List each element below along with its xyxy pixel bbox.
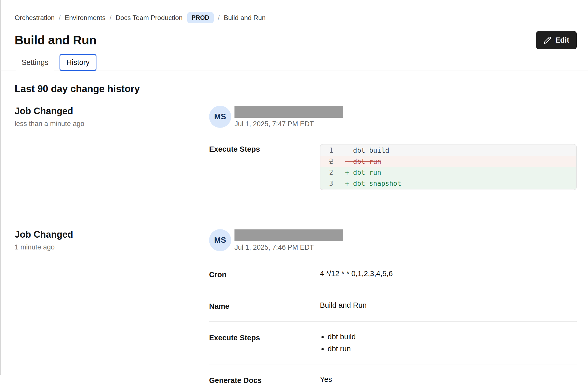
diff-line-number: 2 xyxy=(329,156,345,167)
section-heading: Last 90 day change history xyxy=(15,83,577,94)
field-value-list-item: dbt build xyxy=(328,333,356,341)
detail-row: Cron4 */12 * * 0,1,2,3,4,5,6 xyxy=(209,269,577,290)
entry-summary: Job Changed1 minute ago xyxy=(15,229,209,387)
entry-summary: Job Changedless than a minute ago xyxy=(15,106,209,190)
breadcrumb-item-docs-team-production[interactable]: Docs Team Production xyxy=(116,14,183,22)
diff-line-removed: 2- dbt run xyxy=(320,156,576,167)
history-entry: Job Changedless than a minute agoMSJul 1… xyxy=(15,106,577,190)
avatar: MS xyxy=(209,106,231,128)
detail-row: NameBuild and Run xyxy=(209,290,577,322)
edit-button[interactable]: Edit xyxy=(536,31,577,49)
field-value: dbt builddbt run xyxy=(320,333,356,353)
event-timestamp: Jul 1, 2025, 7:46 PM EDT xyxy=(234,244,343,251)
author-meta: Jul 1, 2025, 7:47 PM EDT xyxy=(234,106,343,128)
field-label: Generate Docs xyxy=(209,375,320,385)
entry-detail: MSJul 1, 2025, 7:46 PM EDTCron4 */12 * *… xyxy=(209,229,577,387)
detail-row: Generate DocsYes xyxy=(209,364,577,387)
breadcrumb-item-orchestration[interactable]: Orchestration xyxy=(15,14,55,22)
detail-row: Execute Stepsdbt builddbt run xyxy=(209,322,577,364)
pencil-icon xyxy=(544,36,551,44)
avatar: MS xyxy=(209,229,231,251)
author-meta: Jul 1, 2025, 7:46 PM EDT xyxy=(234,229,343,251)
execute-steps-diff: 1 dbt build2- dbt run2+ dbt run3+ dbt sn… xyxy=(320,144,577,190)
redacted-name-bar xyxy=(234,229,343,241)
diff-line-code: + dbt snapshot xyxy=(345,180,401,187)
event-time-ago: less than a minute ago xyxy=(15,120,209,128)
change-details: Cron4 */12 * * 0,1,2,3,4,5,6NameBuild an… xyxy=(209,269,577,387)
field-value-list: dbt builddbt run xyxy=(320,333,356,353)
diff-line-added: 3+ dbt snapshot xyxy=(320,178,576,189)
event-title: Job Changed xyxy=(15,229,209,240)
diff-line-number: 1 xyxy=(329,145,345,156)
field-value: Build and Run xyxy=(320,301,367,311)
history-entries: Job Changedless than a minute agoMSJul 1… xyxy=(15,106,577,387)
entry-detail: MSJul 1, 2025, 7:47 PM EDTExecute Steps1… xyxy=(209,106,577,190)
tab-bar: SettingsHistory xyxy=(15,54,577,71)
tab-history[interactable]: History xyxy=(60,54,96,71)
diff-line-code: + dbt run xyxy=(345,169,381,176)
field-value-list-item: dbt run xyxy=(328,345,356,353)
tab-settings[interactable]: Settings xyxy=(15,54,55,71)
diff-line-added: 2+ dbt run xyxy=(320,167,576,178)
diff-line-code: dbt build xyxy=(345,147,389,154)
redacted-name-bar xyxy=(234,106,343,118)
author-row: MSJul 1, 2025, 7:47 PM EDT xyxy=(209,106,577,128)
field-label: Execute Steps xyxy=(209,333,320,353)
environment-badge: PROD xyxy=(187,12,214,23)
history-entry: Job Changed1 minute agoMSJul 1, 2025, 7:… xyxy=(15,229,577,387)
breadcrumb-current: Build and Run xyxy=(224,14,266,22)
page-header: Build and Run Edit xyxy=(15,31,577,49)
field-value: 4 */12 * * 0,1,2,3,4,5,6 xyxy=(320,269,393,279)
breadcrumb-separator: / xyxy=(59,14,61,22)
field-label: Name xyxy=(209,301,320,311)
edit-button-label: Edit xyxy=(555,36,569,44)
entry-divider xyxy=(15,211,577,211)
breadcrumb-separator: / xyxy=(218,14,220,22)
diff-line-number: 3 xyxy=(329,178,345,189)
breadcrumb: Orchestration/Environments/Docs Team Pro… xyxy=(15,12,577,23)
job-history-page: Orchestration/Environments/Docs Team Pro… xyxy=(0,0,588,387)
field-value: Yes xyxy=(320,375,332,385)
event-title: Job Changed xyxy=(15,106,209,117)
event-timestamp: Jul 1, 2025, 7:47 PM EDT xyxy=(234,120,343,128)
diff-line-number: 2 xyxy=(329,167,345,178)
breadcrumb-separator: / xyxy=(110,14,111,22)
diff-line-code: - dbt run xyxy=(345,158,381,165)
page-title: Build and Run xyxy=(15,33,96,47)
field-label: Execute Steps xyxy=(209,144,320,190)
field-label: Cron xyxy=(209,269,320,279)
diff-line-context: 1 dbt build xyxy=(320,145,576,156)
breadcrumb-item-environments[interactable]: Environments xyxy=(65,14,105,22)
diff-field-row: Execute Steps1 dbt build2- dbt run2+ dbt… xyxy=(209,144,577,190)
author-row: MSJul 1, 2025, 7:46 PM EDT xyxy=(209,229,577,251)
event-time-ago: 1 minute ago xyxy=(15,243,209,251)
